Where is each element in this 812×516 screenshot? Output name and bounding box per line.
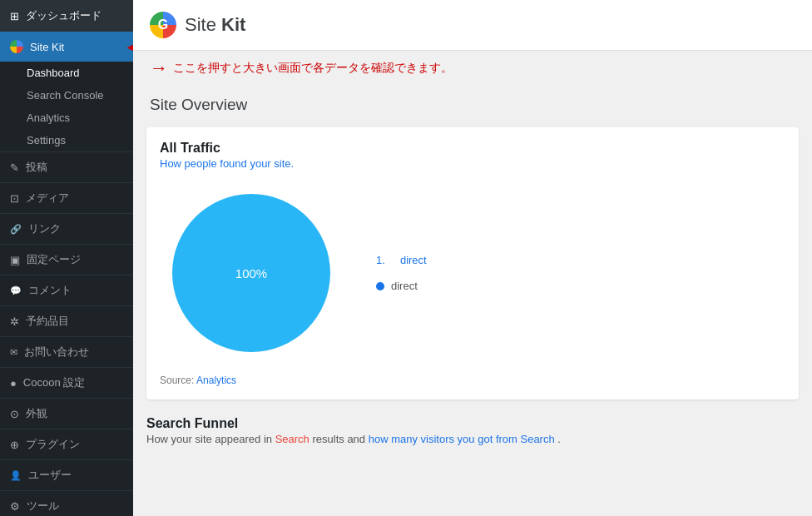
sidebar-item-comments-label: コメント [28, 283, 72, 298]
right-arrow-icon: → [150, 57, 168, 79]
subtitle-part2: results and [312, 433, 365, 445]
sidebar-item-sitekit[interactable]: Site Kit ◀ [0, 32, 133, 62]
sidebar-sub-settings[interactable]: Settings [0, 129, 133, 151]
source-prefix: Source: [160, 375, 196, 386]
analytics-label: Analytics [27, 112, 70, 124]
link-icon: 🔗 [10, 224, 22, 235]
sidebar-item-pages[interactable]: ▣ 固定ページ [0, 244, 133, 275]
plugin-icon: ⊕ [10, 439, 19, 451]
legend-number-item: direct [400, 254, 427, 266]
sidebar-item-reservation[interactable]: ✲ 予約品目 [0, 305, 133, 336]
all-traffic-subtitle: How people found your site. [160, 157, 785, 170]
mail-icon: ✉ [10, 347, 17, 358]
kit-word: Kit [221, 14, 245, 35]
hint-text: ここを押すと大きい画面で各データを確認できます。 [173, 61, 453, 76]
page-header: G Site Kit [133, 0, 812, 51]
sidebar-item-pages-label: 固定ページ [27, 252, 81, 267]
sidebar-item-reservation-label: 予約品目 [26, 314, 69, 329]
settings-label: Settings [27, 134, 66, 146]
sidebar-item-dashboard[interactable]: ⊞ ダッシュボード [0, 0, 133, 32]
subtitle-link2: how many visitors you got from Search [369, 433, 555, 445]
sidebar-item-dashboard-label: ダッシュボード [26, 8, 102, 23]
pie-percentage-label: 100% [235, 266, 267, 280]
sitekit-icon [10, 40, 23, 53]
paint-icon: ⊙ [10, 408, 19, 420]
sidebar-item-appearance-label: 外観 [26, 406, 47, 421]
sidebar-item-media[interactable]: ⊡ メディア [0, 182, 133, 213]
sitekit-submenu: Dashboard Search Console Analytics Setti… [0, 62, 133, 151]
subtitle-part1: How your site appeared in [146, 433, 272, 445]
user-icon: 👤 [10, 470, 22, 481]
subtitle-link1: Search [275, 433, 309, 445]
sidebar-item-plugins[interactable]: ⊕ プラグイン [0, 429, 133, 459]
hint-bar: → ここを押すと大きい画面で各データを確認できます。 [133, 51, 812, 86]
edit-icon: ✎ [10, 161, 19, 174]
sidebar-item-comments[interactable]: 💬 コメント [0, 275, 133, 305]
subtitle-end: . [557, 433, 561, 445]
all-traffic-title: All Traffic [160, 141, 785, 156]
search-funnel-section: Search Funnel How your site appeared in … [133, 408, 812, 459]
legend-number: 1. direct [376, 254, 785, 266]
arrow-indicator: ◀ [127, 37, 133, 57]
sidebar-item-posts[interactable]: ✎ 投稿 [0, 151, 133, 182]
google-logo-icon: G [150, 12, 176, 38]
sidebar-item-contact-label: お問い合わせ [24, 345, 89, 360]
media-icon: ⊡ [10, 192, 19, 205]
sidebar-item-links[interactable]: 🔗 リンク [0, 213, 133, 244]
legend-dot-direct [376, 282, 384, 290]
all-traffic-card: All Traffic How people found your site. … [146, 127, 799, 399]
site-overview-title: Site Overview [133, 86, 812, 119]
sidebar-item-tools-label: ツール [27, 499, 59, 514]
sidebar-item-appearance[interactable]: ⊙ 外観 [0, 398, 133, 429]
legend-item-direct: direct [376, 280, 785, 292]
dashboard-sub-label: Dashboard [27, 67, 80, 79]
sidebar-item-cocoon-label: Cocoon 設定 [23, 375, 85, 390]
pie-chart-container: 100% [160, 181, 343, 365]
sidebar-sub-search-console[interactable]: Search Console [0, 84, 133, 107]
search-funnel-title: Search Funnel [146, 416, 799, 431]
sidebar-item-media-label: メディア [26, 191, 69, 206]
tool-icon: ⚙ [10, 500, 20, 513]
page-icon: ▣ [10, 254, 20, 266]
main-content: G Site Kit → ここを押すと大きい画面で各データを確認できます。 Si… [133, 0, 812, 516]
star-icon: ✲ [10, 315, 19, 328]
legend-label-direct: direct [391, 280, 418, 292]
source-line: Source: Analytics [160, 375, 785, 386]
cocoon-icon: ● [10, 377, 17, 389]
site-word: Site [185, 14, 216, 35]
sidebar-item-links-label: リンク [28, 221, 61, 236]
sidebar-item-tools[interactable]: ⚙ ツール [0, 490, 133, 516]
sidebar-item-posts-label: 投稿 [26, 160, 47, 175]
search-funnel-subtitle: How your site appeared in Search results… [146, 433, 799, 445]
page-title: Site Kit [185, 14, 245, 36]
sidebar-item-plugins-label: プラグイン [26, 437, 80, 452]
sidebar: ⊞ ダッシュボード Site Kit ◀ Dashboard Search Co… [0, 0, 133, 516]
source-analytics-link[interactable]: Analytics [196, 375, 236, 386]
sidebar-item-cocoon[interactable]: ● Cocoon 設定 [0, 367, 133, 398]
sidebar-item-users[interactable]: 👤 ユーザー [0, 459, 133, 490]
search-console-label: Search Console [27, 89, 104, 102]
sidebar-sub-analytics[interactable]: Analytics [0, 107, 133, 129]
sidebar-item-sitekit-label: Site Kit [30, 41, 64, 53]
sidebar-sub-dashboard[interactable]: Dashboard [0, 62, 133, 84]
grid-icon: ⊞ [10, 10, 19, 22]
sidebar-item-contact[interactable]: ✉ お問い合わせ [0, 336, 133, 367]
traffic-content: 100% 1. direct direct [160, 181, 785, 365]
comment-icon: 💬 [10, 285, 22, 296]
sidebar-item-users-label: ユーザー [28, 468, 72, 483]
legend-area: 1. direct direct [376, 254, 785, 292]
